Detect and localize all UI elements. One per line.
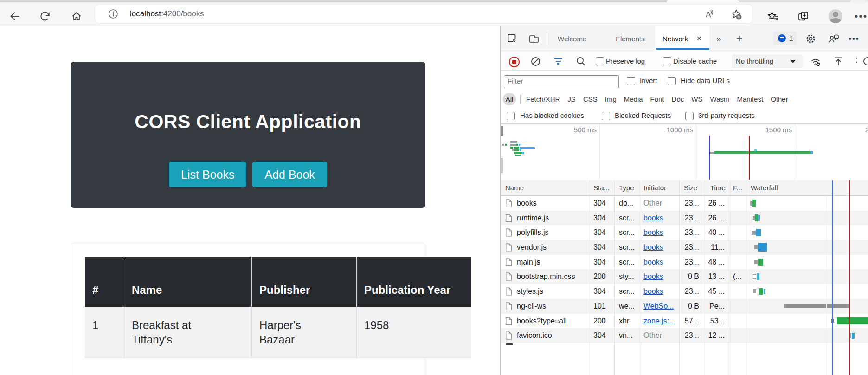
request-name[interactable]: main.js <box>517 255 540 270</box>
filter-pill-img[interactable]: Img <box>605 91 617 108</box>
network-row-books[interactable]: books304do...Other23...26 ... <box>501 196 868 211</box>
colhead-f[interactable]: F... <box>733 180 742 195</box>
record-button[interactable] <box>509 57 520 67</box>
network-row-polyfills.js[interactable]: polyfills.js304scr...books23...40 ... <box>501 225 868 240</box>
colhead-name[interactable]: Name <box>505 180 524 195</box>
request-initiator[interactable]: WebSo... <box>643 299 674 314</box>
request-name[interactable]: polyfills.js <box>517 225 548 240</box>
invert-checkbox[interactable] <box>627 77 635 85</box>
filter-pill-wasm[interactable]: Wasm <box>710 91 729 108</box>
request-name[interactable]: bootstrap.min.css <box>517 269 575 284</box>
clipped-toolbar-icon[interactable] <box>861 56 868 66</box>
throttling-select[interactable]: No throttling <box>732 54 803 68</box>
request-initiator[interactable]: books <box>643 255 663 270</box>
inspect-icon[interactable] <box>508 34 517 44</box>
request-initiator[interactable]: books <box>643 240 663 255</box>
column-separator[interactable] <box>590 180 590 375</box>
filter-pill-fetch-xhr[interactable]: Fetch/XHR <box>526 91 560 108</box>
filter-pill-doc[interactable]: Doc <box>672 91 684 108</box>
request-initiator[interactable]: books <box>643 284 663 299</box>
network-row-main.js[interactable]: main.js304scr...books23...48 ... <box>501 255 868 270</box>
filter-pill-media[interactable]: Media <box>624 91 643 108</box>
disable-cache-checkbox[interactable] <box>663 57 671 65</box>
search-icon[interactable] <box>576 56 586 66</box>
filter-pill-manifest[interactable]: Manifest <box>737 91 763 108</box>
preserve-log-checkbox[interactable] <box>596 57 604 65</box>
add-favorite-icon[interactable] <box>730 8 743 21</box>
column-separator[interactable] <box>730 180 730 375</box>
network-row-runtime.js[interactable]: runtime.js304scr...books23...26 ... <box>501 211 868 226</box>
issues-counter[interactable]: 1 <box>773 32 797 45</box>
gear-icon[interactable] <box>805 33 816 44</box>
filter-pill-css[interactable]: CSS <box>583 91 598 108</box>
network-row-bootstrap.min.css[interactable]: bootstrap.min.css200sty...books0 B13 ...… <box>501 269 868 284</box>
settings-menu-icon[interactable]: ••• <box>855 15 867 18</box>
request-name[interactable]: ng-cli-ws <box>517 299 546 314</box>
request-initiator[interactable]: books <box>643 211 663 226</box>
add-book-button[interactable]: Add Book <box>252 162 327 188</box>
devtools-menu-icon[interactable]: ••• <box>849 26 859 52</box>
column-separator[interactable] <box>679 180 680 375</box>
colhead-size[interactable]: Size <box>684 180 697 195</box>
column-separator[interactable] <box>639 180 639 375</box>
import-har-icon[interactable] <box>833 56 843 66</box>
has-blocked-cookies-checkbox[interactable] <box>507 112 515 120</box>
request-name[interactable]: vendor.js <box>517 240 547 255</box>
collections-icon[interactable] <box>797 10 810 23</box>
close-tab-icon[interactable]: ✕ <box>696 26 702 52</box>
column-separator[interactable] <box>746 180 746 375</box>
third-party-requests-checkbox[interactable] <box>685 112 694 120</box>
tab-network[interactable]: Network ✕ <box>655 26 709 52</box>
clear-icon[interactable] <box>531 57 540 66</box>
request-initiator[interactable]: books <box>643 225 663 240</box>
request-name[interactable]: runtime.js <box>517 211 549 226</box>
network-row-favicon.ico[interactable]: favicon.ico304vn...Other23...12 ... <box>501 328 868 343</box>
request-name[interactable]: books <box>517 196 537 211</box>
back-icon[interactable] <box>9 11 20 22</box>
network-row-ng-cli-ws[interactable]: ng-cli-ws101we...WebSo...0 BPe... <box>501 299 868 314</box>
tab-elements[interactable]: Elements <box>616 26 645 52</box>
colhead-type[interactable]: Type <box>619 180 634 195</box>
address-bar[interactable]: localhost:4200/books A <box>95 5 752 23</box>
filter-pill-font[interactable]: Font <box>650 91 664 108</box>
request-initiator[interactable]: zone.js:... <box>643 314 675 329</box>
favorites-icon[interactable] <box>766 10 779 23</box>
request-name[interactable]: styles.js <box>517 284 543 299</box>
add-tab-icon[interactable]: + <box>736 26 742 52</box>
device-toolbar-icon[interactable] <box>529 34 539 44</box>
filter-pill-other[interactable]: Other <box>771 91 788 108</box>
network-overview[interactable]: 500 ms 1000 ms 1500 ms 2 <box>501 124 868 181</box>
filter-pill-all[interactable]: All <box>503 93 516 105</box>
tab-welcome[interactable]: Welcome <box>558 26 586 52</box>
request-initiator[interactable]: books <box>643 269 663 284</box>
column-separator[interactable] <box>614 180 615 375</box>
filter-pill-js[interactable]: JS <box>567 91 576 108</box>
profile-avatar[interactable] <box>829 9 842 23</box>
refresh-icon[interactable] <box>39 11 51 22</box>
network-row-books-type-all[interactable]: books?type=all200xhrzone.js:...57...53..… <box>501 314 868 329</box>
hide-data-urls-checkbox[interactable] <box>668 77 676 85</box>
filter-pill-ws[interactable]: WS <box>691 91 702 108</box>
filter-input[interactable]: Filter <box>504 75 619 88</box>
filter-icon[interactable] <box>554 58 562 65</box>
colhead-time[interactable]: Time <box>710 180 726 195</box>
url-text[interactable]: localhost:4200/books <box>130 5 204 23</box>
network-row-styles.js[interactable]: styles.js304scr...books23...45 ... <box>501 284 868 299</box>
column-separator[interactable] <box>705 180 705 375</box>
read-aloud-icon[interactable]: A <box>704 8 716 20</box>
network-conditions-icon[interactable] <box>810 56 822 67</box>
colhead-waterfall[interactable]: Waterfall <box>751 180 778 195</box>
request-name[interactable]: books?type=all <box>517 314 566 329</box>
overview-handle[interactable] <box>501 126 503 136</box>
blocked-requests-checkbox[interactable] <box>602 112 610 120</box>
request-name[interactable]: favicon.ico <box>517 328 552 343</box>
more-tabs-icon[interactable]: » <box>716 26 721 52</box>
colhead-initiator[interactable]: Initiator <box>643 180 666 195</box>
overview-handle[interactable] <box>501 158 503 173</box>
colhead-status[interactable]: Sta... <box>593 180 610 195</box>
list-books-button[interactable]: List Books <box>169 162 246 188</box>
network-row-vendor.js[interactable]: vendor.js304scr...books23...11... <box>501 240 868 255</box>
home-icon[interactable] <box>71 11 82 22</box>
experiments-icon[interactable] <box>829 34 839 44</box>
site-info-icon[interactable] <box>108 9 118 19</box>
